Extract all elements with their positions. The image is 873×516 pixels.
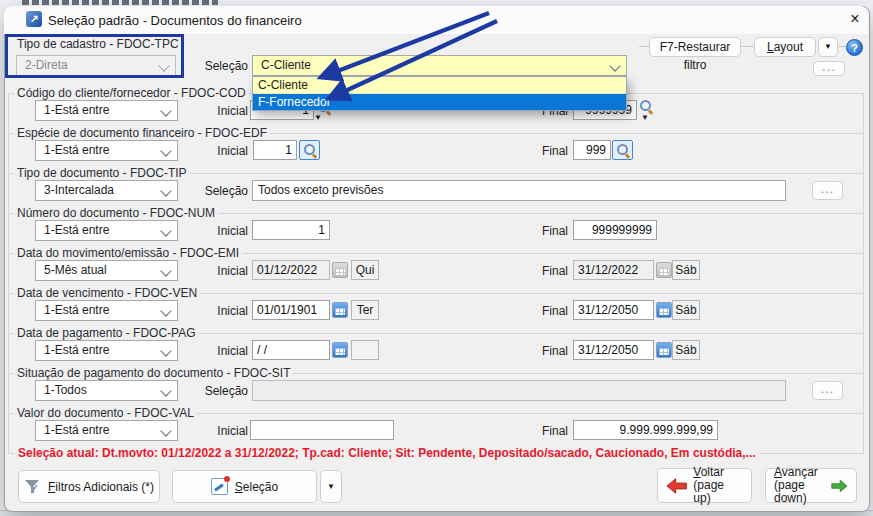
- group-label-fdoc-num: Número do documento - FDOC-NUM: [14, 206, 218, 220]
- operator-value: 1-Está entre: [44, 423, 109, 437]
- val-inicial-input[interactable]: [250, 420, 394, 440]
- additional-filters-button[interactable]: ✓ Filtros Adicionais (*): [18, 470, 160, 503]
- selection-button-label: Seleção: [235, 480, 278, 494]
- operator-value: 1-Está entre: [44, 223, 109, 237]
- chevron-down-icon: [609, 60, 620, 71]
- operator-value: 1-Está entre: [44, 343, 109, 357]
- calendar-icon[interactable]: [332, 302, 348, 318]
- app-icon: ↗: [26, 11, 42, 27]
- tip-selecao-field[interactable]: Todos exceto previsões: [252, 180, 786, 201]
- group-label-fdoc-val: Valor do documento - FDOC-VAL: [14, 406, 197, 420]
- operator-value: 1-Está entre: [44, 303, 109, 317]
- layout-dropdown-button[interactable]: ▼: [818, 37, 838, 57]
- ven-final-date-input[interactable]: [573, 300, 654, 320]
- sit-browse-button[interactable]: ...: [812, 381, 843, 400]
- emi-final-weekday: Sáb: [672, 260, 700, 280]
- divider: [639, 46, 649, 47]
- operator-combo-ven[interactable]: 1-Está entre: [35, 300, 178, 321]
- calendar-icon[interactable]: [656, 342, 672, 358]
- layout-button[interactable]: Layout: [754, 37, 816, 57]
- search-button[interactable]: [612, 140, 633, 160]
- avancar-sub: (page down): [774, 478, 807, 505]
- group-label-fdoc-pag: Data de pagamento - FDOC-PAG: [14, 326, 199, 340]
- dialog-title: Seleção padrão - Documentos do financeir…: [48, 13, 302, 28]
- edf-final-input[interactable]: [573, 140, 611, 160]
- emi-inicial-weekday: Qui: [351, 260, 379, 280]
- avancar-button[interactable]: Avançar (page down): [765, 468, 857, 503]
- calendar-icon: [332, 262, 348, 278]
- group-label-fdoc-sit: Situação de pagamento do documento - FDO…: [14, 366, 293, 380]
- num-final-input[interactable]: [573, 220, 657, 240]
- additional-filters-label: Filtros Adicionais (*): [48, 480, 154, 494]
- divider: [837, 46, 846, 47]
- selection-dropdown-button[interactable]: ▼: [320, 470, 342, 503]
- help-icon[interactable]: ?: [846, 39, 863, 56]
- red-left-arrow-icon: [666, 478, 687, 494]
- emi-final-date-input: [573, 260, 654, 280]
- chevron-down-icon: [160, 145, 171, 156]
- inicial-label: Inicial: [188, 224, 248, 238]
- chevron-down-icon: [160, 105, 171, 116]
- sit-selecao-field: [252, 380, 786, 401]
- spinner-down-icon[interactable]: ▼: [641, 114, 649, 122]
- pag-final-weekday: Sáb: [672, 340, 700, 360]
- selecao-label: Seleção: [188, 59, 248, 73]
- operator-value: 1-Está entre: [44, 143, 109, 157]
- green-right-arrow-icon: [831, 478, 848, 494]
- operator-combo-edf[interactable]: 1-Está entre: [35, 140, 178, 161]
- close-icon[interactable]: ×: [845, 9, 865, 29]
- divider: [741, 46, 754, 47]
- voltar-label: Voltar: [693, 465, 724, 479]
- spinner-down-icon[interactable]: ▼: [314, 114, 322, 122]
- operator-combo-sit[interactable]: 1-Todos: [35, 380, 178, 401]
- val-final-input[interactable]: [573, 420, 718, 440]
- chevron-down-icon: [160, 385, 171, 396]
- screen: ↗ Seleção padrão - Documentos do finance…: [0, 0, 873, 516]
- calendar-icon[interactable]: [332, 342, 348, 358]
- ven-inicial-date-input[interactable]: [252, 300, 330, 320]
- final-label: Final: [508, 344, 568, 358]
- voltar-sub: (page up): [693, 478, 724, 505]
- avancar-label: Avançar: [774, 465, 818, 479]
- operator-combo-emi[interactable]: 5-Mês atual: [35, 260, 178, 281]
- operator-combo-val[interactable]: 1-Está entre: [35, 420, 178, 441]
- operator-combo-cod[interactable]: 1-Está entre: [35, 100, 178, 121]
- dropdown-option-c-cliente[interactable]: C-Cliente: [253, 77, 626, 94]
- restore-filter-button[interactable]: F7-Restaurar filtro: [649, 37, 741, 57]
- operator-combo-num[interactable]: 1-Está entre: [35, 220, 178, 241]
- calendar-icon: [656, 262, 672, 278]
- ven-inicial-weekday: Ter: [351, 300, 379, 320]
- selection-button[interactable]: Seleção: [172, 470, 317, 503]
- operator-value: 5-Mês atual: [44, 263, 107, 277]
- filter-funnel-icon: ✓: [24, 479, 41, 495]
- edit-selection-icon: [211, 478, 228, 495]
- num-inicial-input[interactable]: [252, 220, 330, 240]
- pag-inicial-date-input[interactable]: [252, 340, 330, 360]
- annotation-highlight-rect: [5, 34, 184, 78]
- operator-combo-pag[interactable]: 1-Está entre: [35, 340, 178, 361]
- inicial-label: Inicial: [188, 264, 248, 278]
- final-label: Final: [508, 304, 568, 318]
- edf-inicial-input[interactable]: [253, 140, 297, 160]
- search-button[interactable]: [299, 140, 320, 160]
- selecao-combo-value: C-Cliente: [261, 58, 311, 72]
- inicial-label: Inicial: [188, 144, 248, 158]
- chevron-down-icon: [160, 425, 171, 436]
- pag-final-date-input[interactable]: [573, 340, 654, 360]
- selection-browse-button[interactable]: ...: [813, 61, 845, 76]
- selecao-combo[interactable]: C-Cliente: [252, 55, 627, 76]
- group-label-fdoc-tip: Tipo de documento - FDOC-TIP: [14, 166, 190, 180]
- chevron-down-icon: [160, 305, 171, 316]
- operator-value: 3-Intercalada: [44, 183, 114, 197]
- background-window-sliver: [22, 0, 218, 5]
- check-icon: ✓: [30, 482, 39, 495]
- dropdown-option-f-fornecedor[interactable]: F-Fornecedor: [253, 94, 626, 110]
- final-label: Final: [508, 144, 568, 158]
- operator-value: 1-Está entre: [44, 103, 109, 117]
- group-label-fdoc-ven: Data de vencimento - FDOC-VEN: [14, 286, 200, 300]
- voltar-button[interactable]: Voltar (page up): [657, 468, 752, 503]
- calendar-icon[interactable]: [656, 302, 672, 318]
- tip-browse-button[interactable]: ...: [812, 181, 843, 200]
- operator-combo-tip[interactable]: 3-Intercalada: [35, 180, 178, 201]
- search-icon[interactable]: [639, 99, 653, 113]
